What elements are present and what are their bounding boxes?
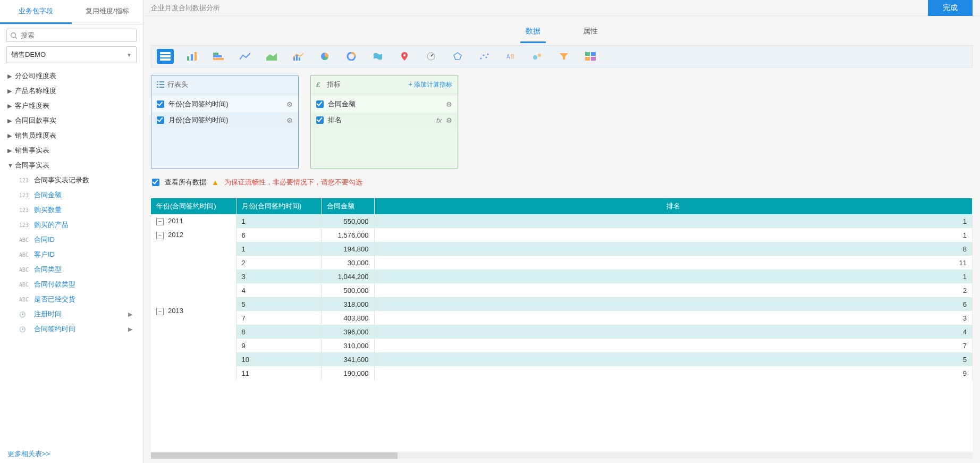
- tree-leaf[interactable]: ABC客户ID: [5, 247, 138, 262]
- sidebar-tab-fields[interactable]: 业务包字段: [0, 0, 72, 24]
- col-year[interactable]: 年份(合同签约时间): [151, 198, 236, 214]
- svg-point-22: [483, 55, 485, 56]
- hbar-chart-icon[interactable]: [210, 49, 227, 64]
- caret-right-icon: ▶: [128, 311, 136, 318]
- svg-rect-7: [195, 52, 197, 61]
- collapse-icon[interactable]: −: [156, 308, 164, 315]
- line-chart-icon[interactable]: [236, 49, 254, 64]
- table-icon[interactable]: [157, 49, 174, 64]
- bubble-icon[interactable]: [529, 49, 546, 64]
- table-row[interactable]: 31,044,2001: [151, 270, 973, 283]
- table-row[interactable]: −201261,576,0001: [151, 228, 973, 242]
- tree-leaf[interactable]: ABC合同类型: [5, 262, 138, 277]
- bar-chart-icon[interactable]: [183, 49, 200, 64]
- tree-node[interactable]: ▶销售员维度表: [5, 128, 138, 143]
- dashboard-icon[interactable]: [582, 49, 599, 64]
- radar-icon[interactable]: [449, 49, 466, 64]
- done-button[interactable]: 完成: [928, 0, 973, 16]
- field-name: 合同付款类型: [34, 280, 75, 289]
- tree-leaf[interactable]: ABC是否已经交货: [5, 292, 138, 307]
- search-box[interactable]: [6, 29, 137, 42]
- checkbox[interactable]: [316, 116, 324, 124]
- tab-data[interactable]: 数据: [520, 23, 546, 43]
- table-row[interactable]: 230,00011: [151, 256, 973, 270]
- tree-leaf[interactable]: 🕑合同签约时间▶: [5, 322, 138, 336]
- view-all-checkbox[interactable]: [152, 179, 159, 186]
- tree-node[interactable]: ▼合同事实表: [5, 158, 138, 173]
- add-calc-measure-link[interactable]: + 添加计算指标: [409, 80, 452, 89]
- svg-rect-33: [591, 57, 596, 61]
- col-rank[interactable]: 排名: [374, 198, 973, 214]
- row-shelf-item[interactable]: 年份(合同签约时间)⚙: [151, 96, 298, 112]
- scatter-icon[interactable]: [476, 49, 493, 64]
- table-row[interactable]: 11190,0009: [151, 366, 973, 380]
- point-map-icon[interactable]: [396, 49, 413, 64]
- table-row[interactable]: 8396,0004: [151, 325, 973, 339]
- chart-type-toolbar: AB: [151, 45, 973, 68]
- more-tables-link[interactable]: 更多相关表>>: [0, 445, 143, 463]
- table-row[interactable]: −20131194,8008: [151, 242, 973, 256]
- tree-node[interactable]: ▶产品名称维度: [5, 83, 138, 98]
- search-input[interactable]: [21, 31, 133, 39]
- collapse-icon[interactable]: −: [156, 232, 164, 239]
- gauge-icon[interactable]: [423, 49, 440, 64]
- combo-chart-icon[interactable]: [290, 49, 307, 64]
- tree-leaf[interactable]: 123合同金额: [5, 188, 138, 203]
- col-month[interactable]: 月份(合同签约时间): [236, 198, 321, 214]
- tree-leaf[interactable]: 🕑注册时间▶: [5, 307, 138, 322]
- svg-rect-36: [157, 84, 158, 85]
- measure-shelf-item[interactable]: 排名fx ⚙: [311, 112, 458, 128]
- row-shelf-body[interactable]: 年份(合同签约时间)⚙月份(合同签约时间)⚙: [151, 94, 298, 169]
- checkbox[interactable]: [157, 100, 164, 108]
- tree-leaf[interactable]: ABC合同付款类型: [5, 277, 138, 292]
- gear-icon[interactable]: ⚙: [446, 100, 452, 108]
- field-type-ABC: ABC: [19, 297, 30, 302]
- field-name: 合同金额: [34, 190, 62, 200]
- collapse-icon[interactable]: −: [156, 218, 164, 225]
- table-row[interactable]: 4500,0002: [151, 283, 973, 297]
- gear-icon[interactable]: ⚙: [286, 100, 293, 108]
- month-cell: 4: [236, 283, 321, 297]
- dataset-select[interactable]: 销售DEMO ▼: [6, 46, 137, 63]
- tree-node[interactable]: ▶客户维度表: [5, 98, 138, 113]
- pie-chart-icon[interactable]: [316, 49, 333, 64]
- tree-leaf[interactable]: ABC合同ID: [5, 232, 138, 247]
- table-row[interactable]: −20111550,0001: [151, 214, 973, 228]
- row-shelf-item[interactable]: 月份(合同签约时间)⚙: [151, 112, 298, 128]
- gear-icon[interactable]: ⚙: [286, 116, 293, 124]
- table-row[interactable]: 10341,6005: [151, 352, 973, 366]
- table-row[interactable]: 5318,0006: [151, 297, 973, 311]
- tree-leaf[interactable]: 123购买数量: [5, 203, 138, 217]
- table-header-row: 年份(合同签约时间) 月份(合同签约时间) 合同金额 排名: [151, 198, 973, 214]
- funnel-icon[interactable]: [555, 49, 572, 64]
- map-icon[interactable]: [369, 49, 386, 64]
- amount-cell: 550,000: [321, 214, 374, 228]
- tree-leaf[interactable]: 123合同事实表记录数: [5, 173, 138, 188]
- tree-node[interactable]: ▶合同回款事实: [5, 113, 138, 128]
- topbar: 企业月度合同数据分析 完成: [143, 0, 980, 16]
- measure-shelf-body[interactable]: 合同金额⚙排名fx ⚙: [311, 94, 458, 169]
- tree-node[interactable]: ▶分公司维度表: [5, 69, 138, 83]
- amount-cell: 30,000: [321, 256, 374, 270]
- tree-leaf[interactable]: 123购买的产品: [5, 217, 138, 232]
- amount-cell: 500,000: [321, 283, 374, 297]
- fx-icon[interactable]: fx: [436, 116, 442, 124]
- checkbox[interactable]: [157, 116, 164, 124]
- sidebar-tab-reuse[interactable]: 复用维度/指标: [72, 0, 143, 24]
- tab-attributes[interactable]: 属性: [578, 23, 603, 43]
- area-chart-icon[interactable]: [263, 49, 280, 64]
- measure-shelf-item[interactable]: 合同金额⚙: [311, 96, 458, 112]
- svg-rect-4: [160, 58, 171, 61]
- text-chart-icon[interactable]: AB: [502, 49, 519, 64]
- col-amount[interactable]: 合同金额: [321, 198, 374, 214]
- table-row[interactable]: 7403,8003: [151, 311, 973, 325]
- search-icon: [10, 32, 18, 39]
- gear-icon[interactable]: ⚙: [446, 116, 452, 124]
- table-row[interactable]: 9310,0007: [151, 339, 973, 352]
- checkbox[interactable]: [316, 100, 324, 108]
- page-title: 企业月度合同数据分析: [151, 3, 220, 13]
- donut-chart-icon[interactable]: [343, 49, 360, 64]
- tree-node[interactable]: ▶销售事实表: [5, 143, 138, 158]
- tree-node-label: 合同事实表: [15, 161, 49, 170]
- horizontal-scrollbar[interactable]: [151, 452, 973, 459]
